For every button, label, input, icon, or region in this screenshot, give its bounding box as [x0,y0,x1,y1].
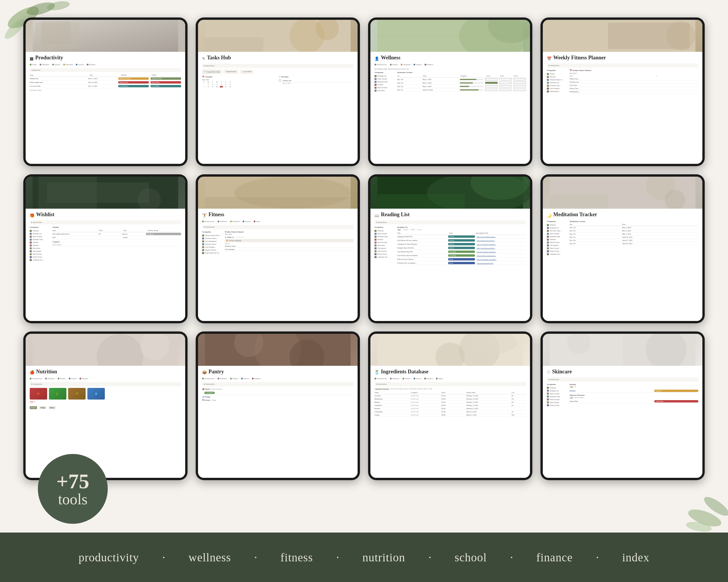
nav-w-lang[interactable]: Language trac... [30,258,50,261]
sk-filter-all[interactable]: All [570,397,573,399]
tab-nutrition[interactable]: Nutrition [63,63,73,66]
nav-r-journal[interactable]: Daily Journal [374,232,395,235]
tab-prod[interactable]: Productivity [374,63,387,66]
sk-filter-prod[interactable]: Product [579,397,584,399]
checkbox-1[interactable] [279,79,281,82]
tab-i-index[interactable]: Index [436,378,443,380]
tab-fin[interactable]: Finance [424,63,433,66]
nav-w-wellness[interactable]: Wellness [30,229,50,232]
check-h12[interactable] [513,89,526,91]
subtab-fv[interactable]: Fruit & Veg [390,388,398,390]
nav-f-vids[interactable]: Workout videos [202,243,223,246]
nav-gym-equip[interactable]: Gym Updates... [547,87,567,90]
nav-workout-lib[interactable]: Workout Lib... [547,81,567,84]
tab-n-fit[interactable]: Fitness [58,378,66,380]
check-h6[interactable] [513,82,526,84]
nav-m-journal[interactable]: Daily Journal [547,232,567,235]
nav-w-skinneet[interactable]: Skinneet [30,244,50,247]
nav-r-dream[interactable]: Dream Track... [374,253,395,255]
nav-sk-reading[interactable]: Reading List [547,389,567,392]
tab-i-fin[interactable]: Finance [424,378,433,380]
tab-f-sales[interactable]: Sales [254,220,260,223]
tab-i-sch[interactable]: School [414,378,421,380]
tab-f-prod[interactable]: Productivity [202,220,215,223]
nav-f-gym[interactable]: Gym Equipment [202,240,223,243]
nav-skincare[interactable]: Skincare [547,75,567,78]
nav-workout-vid[interactable]: Workout vids... [547,84,567,87]
check-h11[interactable] [499,89,512,91]
tab-sch[interactable]: School [414,63,421,66]
tab-school[interactable]: School [76,63,84,66]
tab-p-well[interactable]: Wellness [217,378,227,380]
tab-n-sch[interactable]: School [69,378,77,380]
filter-number[interactable]: 19 [574,386,576,388]
tab-n-prod[interactable]: Productivity [30,378,42,380]
tab-tasks[interactable]: Tasks [30,63,37,66]
subtab-all[interactable]: Ingredients Database [374,388,390,390]
nav-w-shop[interactable]: Shop Tracker [30,253,50,255]
nav-m-lang[interactable]: Language trac... [547,253,567,255]
nav-links[interactable]: Random Links [374,80,395,83]
nav-f-prog[interactable]: Progress Photos [202,249,223,251]
sk-filter-mood[interactable]: Mood [574,397,578,399]
nav-w-wishlist[interactable]: Wishlist [30,241,50,244]
nav-f-wfp[interactable]: Weekly Fitness Plan... [202,234,223,237]
tab-p-fin[interactable]: Finance [252,378,261,380]
nav-r-wellness[interactable]: Wellness [374,229,395,232]
check-h10[interactable] [485,89,498,91]
nav-mood[interactable]: Mood Tracker [374,86,395,89]
nav-sk-mood[interactable]: Mood Tracker [547,398,567,401]
tab-nut[interactable]: Nutrition [401,63,411,66]
subtab-hs[interactable]: Herbs & Spices [418,388,428,390]
tab-fitness[interactable]: Fitness [52,63,60,66]
nav-w-dream[interactable]: Dream Track... [30,255,50,258]
create-task-btn[interactable]: ＋Create New Task [202,70,222,74]
tab-f-sch[interactable]: School [242,220,251,223]
subtab-ed[interactable]: Eggs & Dairy [399,388,408,390]
nav-m-links[interactable]: Random Links [547,235,567,238]
check-h4[interactable] [485,82,498,84]
filter-article[interactable]: ☆ Article [402,229,408,231]
nav-wishlist[interactable]: Wishlist [374,83,395,86]
nav-wfp[interactable]: Weekly Fitness P... [547,78,567,81]
tab-p-sch[interactable]: School [241,378,249,380]
check-h7[interactable] [485,85,498,87]
nav-reading[interactable]: Reading List [374,75,395,77]
tab-f-nut[interactable]: Nutrition [230,220,240,223]
nav-m-mood[interactable]: Mood Tracker [547,241,567,244]
nav-m-filldays[interactable]: Fill Days chall... [547,229,567,232]
nav-r-mood[interactable]: Mood Tracker [374,241,395,244]
nav-m-reading[interactable]: Reading List [547,226,567,229]
nav-sk-wellness[interactable]: Wellness [547,386,567,389]
filter-blog[interactable]: ☆ L.ens... [416,229,423,231]
tab-i-fit[interactable]: Fitness [402,378,411,380]
nav-r-shop[interactable]: Shop Tracker [374,250,395,253]
tab-p-prod[interactable]: Productivity [202,378,215,380]
add-nutrition-btn[interactable]: ADD ＋ [30,401,181,403]
nav-r-lang[interactable]: Language trac... [374,255,395,258]
nav-w-links[interactable]: Random Links [30,238,50,241]
nav-sk-journal[interactable]: Daily Journal [547,392,567,395]
tab-wellness[interactable]: Wellness [40,63,49,66]
subtab-fm[interactable]: Fish & Meat [409,388,417,390]
check-h8[interactable] [499,85,512,87]
nav-m-shop[interactable]: Shop Tracker [547,247,567,250]
nav-maintenance[interactable]: Maintenance... [547,90,567,93]
nav-f-gymup[interactable]: Gym Equipm... [202,246,223,249]
nav-m-trip[interactable]: Trip planner [547,244,567,247]
nav-m-skinneet[interactable]: Skinneet [547,238,567,241]
tab-finance[interactable]: Finance [87,63,96,66]
nav-sk-links[interactable]: Random Links [547,395,567,398]
filter-book[interactable]: ☆ Book [410,229,415,231]
nav-sk-dream[interactable]: Dream Track... [547,404,567,407]
nav-r-links[interactable]: Random Links [374,235,395,238]
high-priority-btn[interactable]: ↑ High Priority [223,70,238,74]
check-h3[interactable] [513,78,526,80]
tab-f-well[interactable]: Wellness [217,220,227,223]
nav-r-trip[interactable]: Trip planner [374,247,395,250]
nav-journal[interactable]: Daily Journal [374,77,395,80]
nav-f-lib[interactable]: Workout Library [202,237,223,240]
nav-r-wishlist[interactable]: Wishlist [374,238,395,241]
tab-fit[interactable]: Fitness [390,63,398,66]
filter-all-sk[interactable]: All [570,386,573,388]
